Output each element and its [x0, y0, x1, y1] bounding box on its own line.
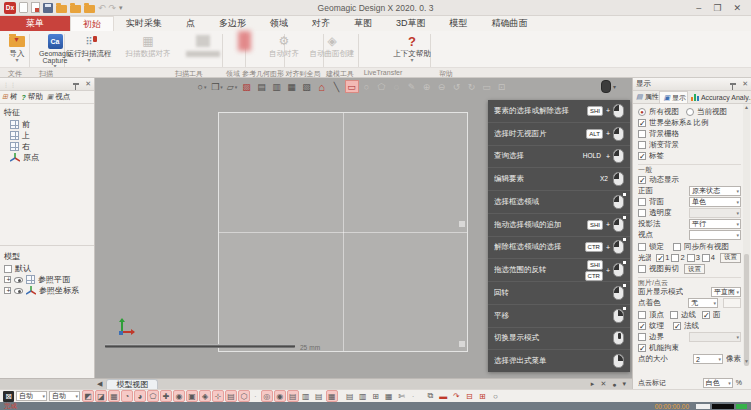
- undo-icon[interactable]: ↶: [98, 2, 106, 14]
- ribbon-tab[interactable]: 领域: [258, 16, 300, 31]
- scroll-up-icon[interactable]: ▲: [744, 104, 749, 110]
- ribbon-tab[interactable]: 3D草图: [384, 16, 438, 31]
- filter-icon[interactable]: ▦: [108, 390, 120, 402]
- viewport-tool-icon[interactable]: ╲: [330, 80, 344, 93]
- viewport-tool-icon[interactable]: ▥: [270, 80, 284, 93]
- viewport-tool-icon[interactable]: ▦: [285, 80, 299, 93]
- checkbox[interactable]: [687, 254, 695, 262]
- filter-icon[interactable]: ⊟: [463, 390, 475, 402]
- tab-properties[interactable]: ▤属性: [633, 91, 659, 103]
- tree-item-plane[interactable]: 前: [0, 119, 94, 130]
- pin-icon[interactable]: [73, 83, 79, 86]
- checkbox[interactable]: [638, 333, 646, 341]
- menu-button[interactable]: 菜单: [0, 16, 70, 31]
- tab-tree[interactable]: ⊞树: [2, 92, 17, 102]
- close-button[interactable]: ✕: [733, 3, 741, 13]
- checkbox[interactable]: ✓: [656, 254, 664, 262]
- viewport-tool-icon[interactable]: ▱▾: [225, 80, 239, 93]
- filter-icon[interactable]: ▤: [344, 390, 356, 402]
- filter-icon[interactable]: ▤: [287, 390, 299, 402]
- checkbox[interactable]: [670, 311, 678, 319]
- point-color-select[interactable]: 无: [688, 298, 718, 308]
- filter-icon[interactable]: ◔: [121, 390, 133, 402]
- filter-icon[interactable]: ▥: [300, 390, 312, 402]
- checkbox[interactable]: [638, 265, 646, 273]
- light-settings-button[interactable]: 设置: [720, 253, 741, 263]
- folder-icon[interactable]: [56, 5, 67, 13]
- filter-icon[interactable]: ✚: [160, 390, 172, 402]
- viewport-tool-icon[interactable]: ○▾: [195, 80, 209, 93]
- expand-icon[interactable]: [4, 276, 11, 283]
- play-icon[interactable]: ▸: [591, 380, 595, 388]
- app-logo-icon[interactable]: Dx: [4, 2, 16, 14]
- filter-icon[interactable]: ⧉: [424, 390, 436, 402]
- front-face-select[interactable]: 原来状态: [689, 186, 741, 196]
- filter-icon[interactable]: ▦: [383, 390, 395, 402]
- tab-accuracy-analyzer[interactable]: Accuracy Analy...: [688, 91, 751, 103]
- viewport-tool-icon[interactable]: ▭: [345, 80, 359, 93]
- viewport-tool-icon[interactable]: ↺: [450, 80, 464, 93]
- open-document-icon[interactable]: [31, 2, 40, 13]
- point-size-select[interactable]: 2: [693, 354, 723, 364]
- tree-item-plane[interactable]: 右: [0, 141, 94, 152]
- scrollbar[interactable]: ▲ ▼: [743, 104, 750, 364]
- minimize-button[interactable]: –: [696, 3, 701, 13]
- visibility-eye-icon[interactable]: [14, 277, 23, 283]
- checkbox[interactable]: ✓: [673, 322, 681, 330]
- checkbox[interactable]: ✓: [638, 119, 646, 127]
- checkbox[interactable]: [671, 254, 679, 262]
- ribbon-tab[interactable]: 对齐: [300, 16, 342, 31]
- ribbon-tab[interactable]: 实时采集: [114, 16, 174, 31]
- viewport-tool-icon[interactable]: ⌂: [315, 80, 329, 93]
- viewport-tool-icon[interactable]: ⬠: [375, 80, 389, 93]
- tree-item-ref-planes[interactable]: 参照平面: [0, 274, 94, 285]
- filter-icon[interactable]: ▬: [437, 390, 449, 402]
- visibility-eye-icon[interactable]: [14, 288, 23, 294]
- filter-icon[interactable]: ⊞: [370, 390, 382, 402]
- expand-icon[interactable]: [4, 287, 11, 294]
- filter-icon[interactable]: ◉: [173, 390, 185, 402]
- back-face-select[interactable]: 单色: [689, 197, 741, 207]
- redo-icon[interactable]: ↷: [109, 2, 117, 14]
- model-view-tab[interactable]: 模型视图: [106, 379, 158, 389]
- checkbox[interactable]: [673, 243, 681, 251]
- tree-item-default[interactable]: 默认: [0, 263, 94, 274]
- selection-mode-icon[interactable]: ⊠: [3, 391, 14, 402]
- checkbox[interactable]: ✓: [638, 152, 646, 160]
- checkbox[interactable]: [702, 254, 710, 262]
- quick-access-dropdown-icon[interactable]: ▾: [119, 2, 123, 14]
- auto-combo-2[interactable]: 自动: [49, 391, 80, 401]
- viewport-tool-icon[interactable]: ▤: [255, 80, 269, 93]
- pin-icon[interactable]: [730, 83, 736, 86]
- folder-icon[interactable]: [70, 5, 81, 13]
- ribbon-tab[interactable]: 模型: [438, 16, 480, 31]
- scroll-down-icon[interactable]: ▼: [744, 358, 749, 364]
- checkbox[interactable]: [4, 265, 12, 273]
- filter-icon[interactable]: ◎: [261, 390, 273, 402]
- save-icon[interactable]: [43, 3, 53, 13]
- checkbox[interactable]: ✓: [638, 176, 646, 184]
- filter-icon[interactable]: ⊞: [476, 390, 488, 402]
- viewport-tool-icon[interactable]: ⊖: [435, 80, 449, 93]
- tab-display[interactable]: ▣显示: [659, 91, 687, 103]
- viewport-tool-icon[interactable]: ⊕: [420, 80, 434, 93]
- ribbon-tab[interactable]: 初始: [70, 16, 114, 31]
- tab-viewpoint[interactable]: ▣视点: [47, 92, 71, 102]
- filter-icon[interactable]: ▣: [186, 390, 198, 402]
- ribbon-tab[interactable]: 草图: [342, 16, 384, 31]
- filter-icon[interactable]: ◕: [134, 390, 146, 402]
- viewport-tool-icon[interactable]: ⊡: [495, 80, 509, 93]
- viewport-3d[interactable]: ○▾❒▾▱▾▨▤▥▦▧⌂╲▭○⬠◌✎⊕⊖↺↻▭⊡ ▾ 25mm 要素的选择或解除…: [95, 78, 632, 378]
- ribbon-tab[interactable]: 点: [174, 16, 207, 31]
- mesh-mode-select[interactable]: 平直面: [711, 287, 741, 297]
- record-icon[interactable]: ●: [612, 381, 616, 388]
- filter-icon[interactable]: ▤: [313, 390, 325, 402]
- checkbox[interactable]: [638, 198, 646, 206]
- close-panel-icon[interactable]: ✕: [85, 80, 91, 88]
- run-scan-process-button[interactable]: ⠿ 运行扫描流程: [66, 32, 112, 63]
- filter-icon[interactable]: ◈: [199, 390, 211, 402]
- filter-icon[interactable]: ◉: [274, 390, 286, 402]
- filter-icon[interactable]: ⬠: [147, 390, 159, 402]
- checkbox[interactable]: [638, 130, 646, 138]
- tree-item-ref-csys[interactable]: 参照坐标系: [0, 285, 94, 296]
